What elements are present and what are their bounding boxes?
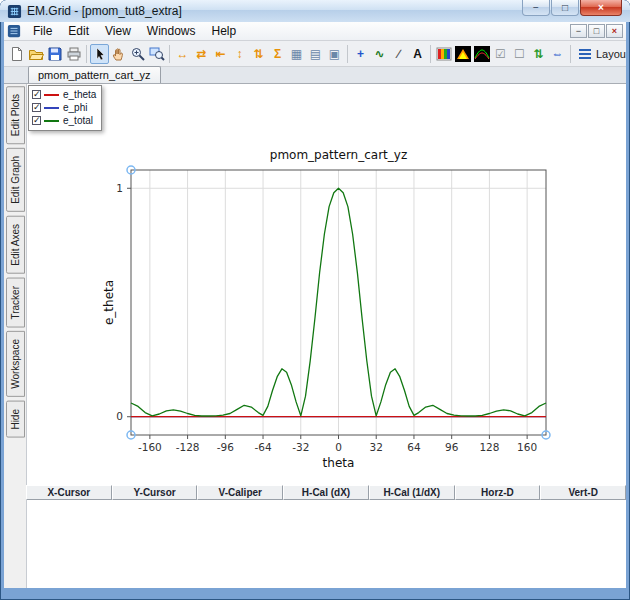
print-icon	[66, 46, 82, 62]
legend-label: e_theta	[63, 89, 96, 100]
plot-area[interactable]: -160-128-96-64-32032649612816001pmom_pat…	[26, 84, 626, 588]
snap-left-button[interactable]: ⇤	[211, 44, 230, 64]
pan-hand-button[interactable]	[109, 44, 128, 64]
status-cell-h-cal-1-dx-: H-Cal (1/dX)	[369, 485, 455, 500]
svg-text:-128: -128	[176, 441, 200, 453]
svg-text:0: 0	[335, 441, 342, 453]
colormap-button[interactable]	[434, 44, 453, 64]
table-view-button[interactable]: ▤	[306, 44, 325, 64]
layout-button[interactable]: Layou	[574, 44, 626, 64]
add-curve-button[interactable]: ∿	[370, 44, 389, 64]
add-marker-button[interactable]: +	[351, 44, 370, 64]
tab-pmom-pattern-cart-yz[interactable]: pmom_pattern_cart_yz	[28, 66, 161, 83]
svg-text:96: 96	[445, 441, 459, 453]
menu-help[interactable]: Help	[204, 22, 245, 40]
spectrogram-icon	[455, 46, 471, 62]
grid-view-icon: ▦	[291, 48, 302, 60]
snap-left-icon: ⇤	[215, 48, 225, 60]
sync-axes-icon: ⇅	[533, 48, 543, 60]
window-content: FileEditViewWindowsHelp −□× ↔⇄⇤↕⇅Σ▦▤▣+∿∕…	[4, 22, 626, 588]
minimize-button[interactable]: −	[522, 0, 550, 16]
sidebar-tab-edit-graph[interactable]: Edit Graph	[6, 148, 25, 212]
legend-panel[interactable]: ✓e_theta✓e_phi✓e_total	[28, 85, 102, 131]
zoom-button[interactable]	[128, 44, 147, 64]
spectrogram-2-button[interactable]	[472, 44, 491, 64]
app-window: EM.Grid - [pmom_tut8_extra] − □ × FileEd…	[0, 0, 630, 600]
print-button[interactable]	[64, 44, 83, 64]
menu-windows[interactable]: Windows	[139, 22, 204, 40]
mdi-close-button[interactable]: ×	[606, 24, 623, 38]
spectrogram2-icon	[474, 46, 490, 62]
slope-tool-button[interactable]: ∕	[389, 44, 408, 64]
svg-text:-32: -32	[292, 441, 309, 453]
fit-vertical-icon: ↕	[237, 48, 243, 60]
hand-icon	[111, 46, 127, 62]
document-icon	[7, 24, 21, 38]
title-bar[interactable]: EM.Grid - [pmom_tut8_extra] − □ ×	[0, 0, 630, 22]
table-view-icon: ▤	[310, 48, 321, 60]
mdi-window-controls: −□×	[569, 24, 623, 38]
sidebar-tab-edit-axes[interactable]: Edit Axes	[6, 216, 25, 274]
sidebar-tab-tracker[interactable]: Tracker	[6, 278, 25, 328]
zoom-icon	[130, 46, 146, 62]
fit-horizontal-button[interactable]: ↔	[173, 44, 192, 64]
legend-item-e_total: ✓e_total	[32, 114, 96, 127]
zoom-window-button[interactable]	[147, 44, 166, 64]
toggle-a-button[interactable]: ☑	[491, 44, 510, 64]
expand-view-icon: ⇔	[552, 48, 564, 60]
legend-checkbox-e_phi[interactable]: ✓	[32, 103, 41, 112]
menu-view[interactable]: View	[97, 22, 139, 40]
status-cell-vert-d: Vert-D	[540, 485, 626, 500]
sum-icon: Σ	[274, 48, 281, 60]
legend-checkbox-e_theta[interactable]: ✓	[32, 90, 41, 99]
window-controls: − □ ×	[521, 0, 622, 16]
tab-row: pmom_pattern_cart_yz	[4, 67, 626, 84]
app-icon	[7, 4, 22, 19]
legend-label: e_total	[63, 115, 93, 126]
save-file-button[interactable]	[45, 44, 64, 64]
close-button[interactable]: ×	[580, 0, 622, 16]
expand-vertical-button[interactable]: ⇅	[249, 44, 268, 64]
mdi-restore-button[interactable]: □	[588, 24, 605, 38]
maximize-button[interactable]: □	[551, 0, 579, 16]
fit-vertical-button[interactable]: ↕	[230, 44, 249, 64]
sidebar-tab-workspace[interactable]: Workspace	[6, 331, 25, 397]
grid-view-button[interactable]: ▦	[287, 44, 306, 64]
status-cell-y-cursor: Y-Cursor	[112, 485, 198, 500]
menu-bar: FileEditViewWindowsHelp −□×	[4, 22, 626, 41]
menu-file[interactable]: File	[25, 22, 60, 40]
open-file-button[interactable]	[26, 44, 45, 64]
spectrogram-1-button[interactable]	[453, 44, 472, 64]
sum-button[interactable]: Σ	[268, 44, 287, 64]
svg-text:64: 64	[407, 441, 421, 453]
fit-horizontal-icon: ↔	[177, 48, 189, 60]
expand-horizontal-button[interactable]: ⇄	[192, 44, 211, 64]
legend-label: e_phi	[63, 102, 87, 113]
expand-view-button[interactable]: ⇔	[548, 44, 567, 64]
toggle-b-button[interactable]: ☐	[510, 44, 529, 64]
new-file-button[interactable]	[7, 44, 26, 64]
toolbar-separator	[347, 45, 348, 63]
select-cursor-button[interactable]	[90, 44, 109, 64]
svg-text:theta: theta	[323, 456, 355, 470]
sync-axes-button[interactable]: ⇅	[529, 44, 548, 64]
new-window-button[interactable]: ▣	[325, 44, 344, 64]
layout-label: Layou	[596, 48, 626, 60]
add-text-button[interactable]: A	[408, 44, 427, 64]
sine-curve-icon: ∿	[374, 48, 384, 60]
sidebar-tab-hide[interactable]: Hide	[6, 401, 25, 438]
mdi-minimize-button[interactable]: −	[570, 24, 587, 38]
svg-text:-96: -96	[217, 441, 234, 453]
status-cell-horz-d: Horz-D	[455, 485, 541, 500]
chart[interactable]: -160-128-96-64-32032649612816001pmom_pat…	[101, 145, 571, 480]
menu-edit[interactable]: Edit	[60, 22, 97, 40]
svg-text:128: 128	[479, 441, 499, 453]
legend-checkbox-e_total[interactable]: ✓	[32, 116, 41, 125]
open-folder-icon	[28, 46, 44, 62]
svg-text:-64: -64	[254, 441, 271, 453]
checkbox-empty-icon: ☐	[514, 48, 525, 60]
legend-line-sample	[44, 94, 59, 96]
svg-text:32: 32	[370, 441, 383, 453]
svg-text:160: 160	[517, 441, 537, 453]
sidebar-tab-edit-plots[interactable]: Edit Plots	[6, 86, 25, 144]
